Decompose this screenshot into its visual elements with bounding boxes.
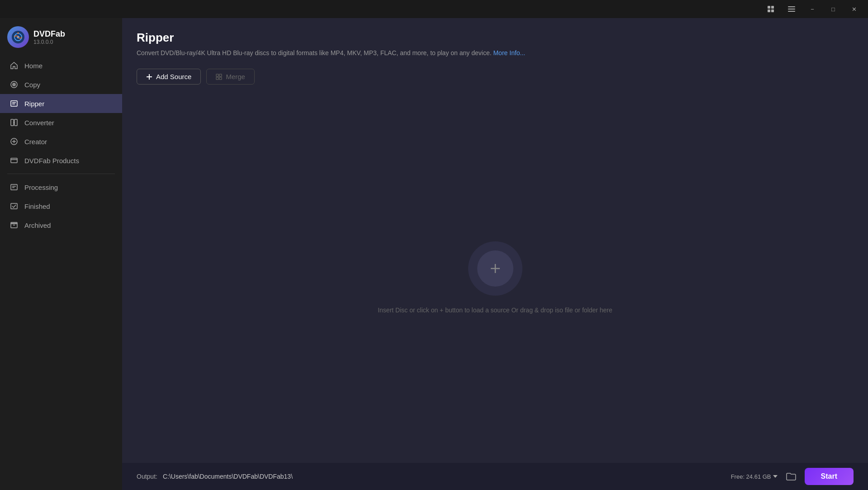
svg-rect-2: [768, 9, 770, 12]
svg-rect-4: [788, 6, 795, 7]
svg-rect-6: [788, 11, 795, 12]
logo-text: DVDFab 13.0.0.0: [33, 29, 65, 45]
output-label: Output:: [137, 473, 157, 480]
sidebar-item-processing[interactable]: Processing: [0, 178, 122, 197]
app-avatar: [7, 26, 29, 48]
minimize-btn[interactable]: −: [802, 2, 823, 16]
title-bar: − □ ✕: [0, 0, 868, 18]
add-source-circle-inner: [477, 250, 513, 287]
add-source-button[interactable]: Add Source: [137, 69, 201, 85]
svg-rect-38: [219, 77, 222, 80]
drop-zone[interactable]: Insert Disc or click on + button to load…: [122, 92, 868, 463]
merge-icon: [216, 74, 222, 80]
content-header: Ripper Convert DVD/Blu-ray/4K Ultra HD B…: [122, 18, 868, 65]
svg-rect-35: [216, 74, 218, 76]
grid-btn[interactable]: [760, 2, 781, 16]
ripper-icon: [9, 99, 19, 108]
copy-icon: [9, 80, 19, 90]
sidebar-item-archived[interactable]: Archived: [0, 216, 122, 235]
sidebar-item-home[interactable]: Home: [0, 56, 122, 75]
svg-rect-36: [219, 74, 222, 76]
products-icon: [9, 155, 19, 165]
page-description: Convert DVD/Blu-ray/4K Ultra HD Blu-ray …: [137, 48, 854, 58]
maximize-btn[interactable]: □: [823, 2, 844, 16]
archived-icon: [9, 220, 19, 230]
close-btn[interactable]: ✕: [844, 2, 864, 16]
svg-point-14: [14, 84, 14, 85]
processing-icon: [9, 182, 19, 192]
hamburger-btn[interactable]: [781, 2, 802, 16]
drop-hint: Insert Disc or click on + button to load…: [378, 306, 612, 314]
svg-rect-18: [11, 119, 14, 126]
svg-rect-1: [771, 6, 774, 9]
sidebar-item-creator[interactable]: Creator: [0, 132, 122, 151]
sidebar-item-products[interactable]: DVDFab Products: [0, 151, 122, 170]
dropdown-arrow-icon: [773, 475, 778, 478]
svg-rect-24: [11, 158, 17, 163]
add-icon: [146, 74, 152, 80]
svg-rect-15: [11, 101, 17, 106]
sidebar: DVDFab 13.0.0.0 Home: [0, 18, 122, 490]
add-source-circle[interactable]: [468, 241, 522, 296]
sidebar-item-finished[interactable]: Finished: [0, 197, 122, 216]
sidebar-divider: [7, 174, 115, 174]
svg-rect-19: [14, 119, 17, 126]
svg-point-11: [18, 33, 19, 34]
svg-rect-29: [11, 203, 17, 209]
converter-icon: [9, 118, 19, 127]
footer-bar: Output: C:\Users\fab\Documents\DVDFab\DV…: [122, 463, 868, 490]
toolbar: Add Source Merge: [122, 65, 868, 92]
finished-icon: [9, 201, 19, 211]
svg-rect-0: [768, 6, 770, 9]
main-content: Ripper Convert DVD/Blu-ray/4K Ultra HD B…: [122, 18, 868, 490]
start-button[interactable]: Start: [805, 468, 854, 485]
free-space: Free: 24.61 GB: [731, 473, 778, 480]
folder-icon: [786, 472, 796, 481]
merge-button[interactable]: Merge: [206, 69, 255, 85]
plus-icon: [487, 260, 503, 277]
sidebar-item-converter[interactable]: Converter: [0, 113, 122, 132]
page-title: Ripper: [137, 31, 854, 45]
sidebar-item-copy[interactable]: Copy: [0, 75, 122, 94]
sidebar-nav: Home Copy: [0, 56, 122, 490]
app-body: DVDFab 13.0.0.0 Home: [0, 18, 868, 490]
svg-rect-5: [788, 9, 795, 9]
svg-rect-26: [11, 184, 17, 190]
logo-area: DVDFab 13.0.0.0: [0, 18, 122, 56]
output-path: C:\Users\fab\Documents\DVDFab\DVDFab13\: [163, 473, 726, 480]
sidebar-item-ripper[interactable]: Ripper: [0, 94, 122, 113]
creator-icon: [9, 137, 19, 146]
more-info-link[interactable]: More Info...: [493, 49, 525, 57]
folder-button[interactable]: [783, 468, 799, 485]
svg-rect-37: [216, 77, 218, 80]
home-icon: [9, 61, 19, 71]
svg-rect-3: [771, 9, 774, 12]
